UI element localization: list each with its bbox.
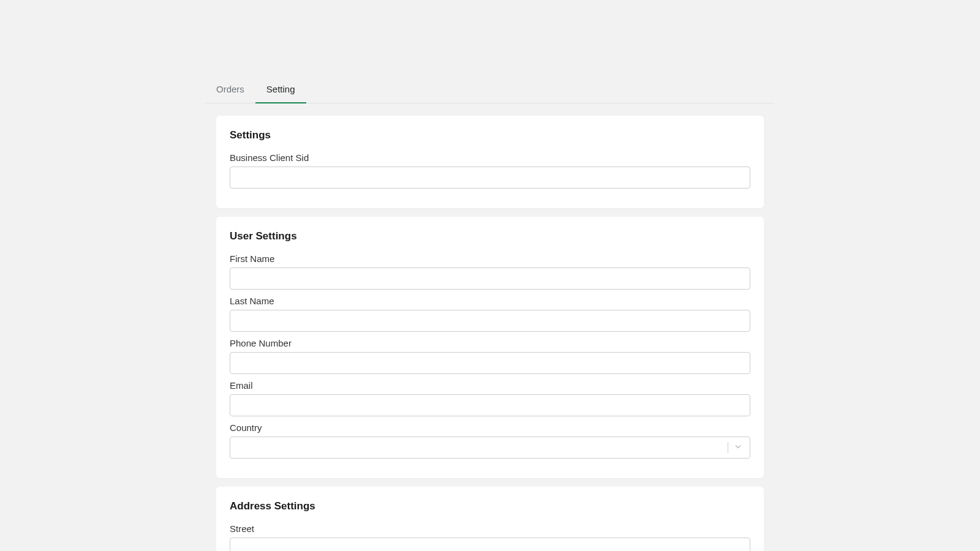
tab-setting[interactable]: Setting: [255, 77, 306, 103]
select-country[interactable]: [230, 437, 750, 459]
input-email[interactable]: [230, 394, 750, 416]
label-first-name: First Name: [230, 253, 750, 264]
label-business-client-sid: Business Client Sid: [230, 152, 750, 163]
tab-orders[interactable]: Orders: [205, 77, 255, 103]
input-first-name[interactable]: [230, 268, 750, 290]
address-settings-card: Address Settings Street: [216, 487, 764, 551]
address-settings-title: Address Settings: [230, 500, 750, 512]
field-last-name: Last Name: [230, 296, 750, 332]
label-phone-number: Phone Number: [230, 338, 750, 348]
main-container: Orders Setting Settings Business Client …: [205, 0, 775, 551]
field-email: Email: [230, 380, 750, 416]
user-settings-card: User Settings First Name Last Name Phone…: [216, 217, 764, 478]
tab-setting-label: Setting: [266, 84, 295, 94]
label-country: Country: [230, 422, 750, 433]
label-email: Email: [230, 380, 750, 391]
select-country-input[interactable]: [230, 437, 750, 459]
tab-orders-label: Orders: [216, 84, 244, 94]
settings-card: Settings Business Client Sid: [216, 116, 764, 208]
label-last-name: Last Name: [230, 296, 750, 306]
input-last-name[interactable]: [230, 310, 750, 332]
label-street: Street: [230, 523, 750, 534]
field-street: Street: [230, 523, 750, 551]
field-business-client-sid: Business Client Sid: [230, 152, 750, 189]
field-first-name: First Name: [230, 253, 750, 290]
input-business-client-sid[interactable]: [230, 167, 750, 189]
field-country: Country: [230, 422, 750, 459]
select-divider: [728, 442, 728, 453]
field-phone-number: Phone Number: [230, 338, 750, 374]
input-street[interactable]: [230, 538, 750, 551]
user-settings-title: User Settings: [230, 230, 750, 242]
tabs-bar: Orders Setting: [205, 77, 775, 103]
input-phone-number[interactable]: [230, 352, 750, 374]
settings-title: Settings: [230, 129, 750, 141]
